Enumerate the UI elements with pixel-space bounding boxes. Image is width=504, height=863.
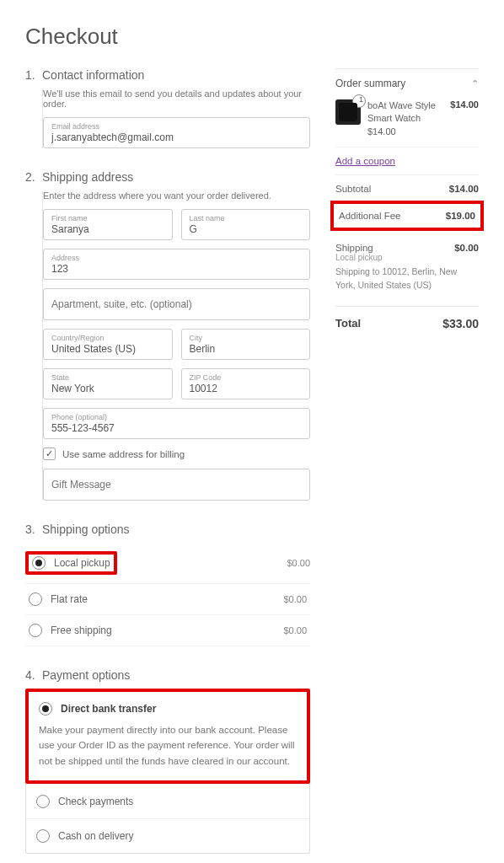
summary-line-item: boAt Wave Style Smart Watch $14.00 $14.0… [335,96,479,147]
radio-check[interactable] [36,795,50,808]
same-billing-checkbox[interactable]: ✓ Use same address for billing [43,448,310,460]
gift-message-field[interactable] [43,469,310,501]
step-shipping-options-heading: 3. Shipping options [25,523,310,536]
gift-message-input[interactable] [51,479,302,490]
email-input[interactable] [51,131,302,143]
payment-bank-transfer[interactable]: Direct bank transfer [29,692,307,722]
last-name-input[interactable] [190,223,303,235]
radio-local-pickup[interactable] [32,556,46,570]
radio-bank-transfer[interactable] [39,702,52,716]
city-input[interactable] [190,343,303,355]
zip-input[interactable] [190,383,303,394]
shipping-option-free[interactable]: Free shipping $0.00 [25,615,310,646]
zip-field[interactable]: ZIP Code [181,368,311,399]
additional-fee-highlight: Additional Fee $19.00 [330,201,484,231]
contact-hint: We'll use this email to send you details… [43,88,310,109]
payment-check[interactable]: Check payments [26,784,309,818]
product-thumb [335,99,361,125]
shipping-to: Shipping to 10012, Berlin, New York, Uni… [335,262,479,299]
price: $0.00 [287,558,310,568]
phone-field[interactable]: Phone (optional) [43,408,310,439]
payment-cod[interactable]: Cash on delivery [26,818,309,853]
payment-bank-desc: Make your payment directly into our bank… [29,722,307,780]
address2-input[interactable] [51,298,302,310]
shipping-hint: Enter the address where you want your or… [43,190,310,201]
check-icon: ✓ [43,448,56,460]
shipping-option-flat-rate[interactable]: Flat rate $0.00 [25,584,310,615]
order-summary-toggle[interactable]: Order summary ⌃ [335,72,479,96]
radio-cod[interactable] [36,829,50,843]
total-row: Total $33.00 [335,306,479,334]
subtotal-row: Subtotal $14.00 [335,175,479,197]
step-payment-heading: 4. Payment options [25,668,310,682]
radio-free-shipping[interactable] [29,624,42,637]
address-field[interactable]: Address [43,249,310,280]
shipping-method: Local pickup [335,253,479,262]
page-title: Checkout [25,24,479,50]
radio-flat-rate[interactable] [29,592,42,606]
step-contact-heading: 1. Contact information [25,68,310,82]
email-field[interactable]: Email address [43,117,310,148]
last-name-field[interactable]: Last name [181,209,311,240]
step-shipping-heading: 2. Shipping address [25,170,310,184]
address-input[interactable] [51,263,302,275]
chevron-up-icon: ⌃ [471,78,479,89]
radio-label: Local pickup [54,557,110,569]
address2-field[interactable] [43,288,310,320]
first-name-field[interactable]: First name [43,209,173,240]
city-field[interactable]: City [181,329,311,360]
first-name-input[interactable] [51,223,164,235]
add-coupon-link[interactable]: Add a coupon [335,147,479,175]
phone-input[interactable] [51,422,302,434]
state-field[interactable]: State New York [43,368,173,399]
country-field[interactable]: Country/Region United States (US) [43,329,173,360]
shipping-row: Shipping $0.00 [335,234,479,253]
